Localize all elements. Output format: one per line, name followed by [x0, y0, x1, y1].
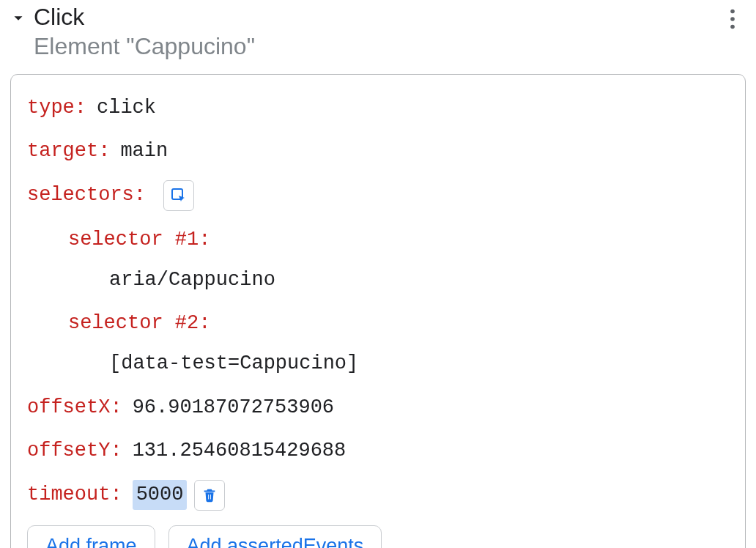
selector-2-label: selector #2: [68, 309, 199, 338]
step-header-left: Click Element "Cappucino": [10, 3, 255, 61]
selector-2-value[interactable]: [data-test=Cappucino]: [109, 349, 358, 378]
step-subtitle: Element "Cappucino": [34, 32, 255, 60]
step-header: Click Element "Cappucino": [10, 3, 746, 61]
row-type: type: click: [27, 94, 729, 122]
selector-1-value[interactable]: aria/Cappucino: [109, 266, 275, 295]
svg-point-0: [730, 10, 735, 14]
value-offsety[interactable]: 131.25460815429688: [133, 437, 346, 465]
key-timeout: timeout: [27, 481, 110, 509]
action-buttons-row: Add frame Add assertedEvents: [27, 525, 729, 548]
delete-timeout-button[interactable]: [194, 480, 225, 511]
row-selector-2-label: selector #2:: [27, 309, 729, 338]
row-offsetx: offsetX: 96.90187072753906: [27, 393, 729, 422]
key-type: type: [27, 94, 75, 122]
value-type[interactable]: click: [97, 94, 156, 122]
row-offsety: offsetY: 131.25460815429688: [27, 437, 729, 465]
row-selectors: selectors:: [27, 180, 729, 211]
add-asserted-events-button[interactable]: Add assertedEvents: [168, 525, 382, 548]
row-timeout: timeout: 5000: [27, 480, 729, 511]
value-timeout[interactable]: 5000: [133, 480, 188, 510]
pick-selector-button[interactable]: [163, 180, 194, 211]
value-target[interactable]: main: [120, 137, 168, 166]
svg-point-2: [730, 25, 735, 29]
step-details-panel: type: click target: main selectors: sele…: [10, 74, 746, 548]
selector-1-label: selector #1: [68, 226, 199, 254]
add-frame-button[interactable]: Add frame: [27, 525, 155, 548]
row-target: target: main: [27, 137, 729, 166]
key-selectors: selectors: [27, 181, 134, 210]
key-offsety: offsetY: [27, 437, 110, 465]
step-editor: Click Element "Cappucino" type: click ta…: [0, 0, 756, 548]
svg-point-1: [730, 17, 735, 21]
row-selector-2-value: [data-test=Cappucino]: [27, 349, 729, 378]
key-offsetx: offsetX: [27, 393, 110, 422]
key-target: target: [27, 137, 98, 166]
row-selector-1-label: selector #1:: [27, 226, 729, 254]
row-selector-1-value: aria/Cappucino: [27, 266, 729, 295]
step-title: Click: [34, 3, 255, 31]
title-block: Click Element "Cappucino": [34, 3, 255, 61]
value-offsetx[interactable]: 96.90187072753906: [133, 393, 334, 422]
more-menu-button[interactable]: [724, 4, 741, 34]
expand-toggle[interactable]: [10, 10, 26, 26]
